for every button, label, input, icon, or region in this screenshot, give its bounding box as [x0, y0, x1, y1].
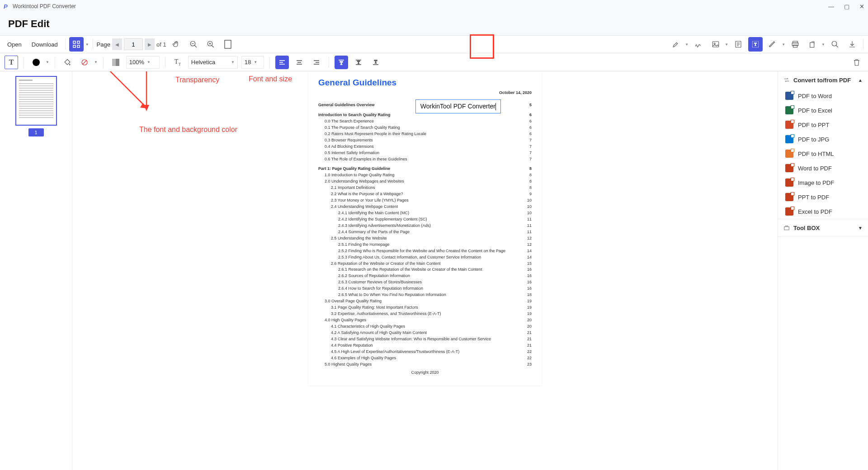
- toc-row: 3.1 Page Quality Rating: Most Important …: [318, 305, 532, 311]
- valign-middle-button[interactable]: T: [352, 56, 365, 69]
- font-color-button[interactable]: [29, 56, 43, 69]
- print-button[interactable]: [788, 37, 802, 52]
- toc-row: 2.6.5 What to Do When You Find No Reputa…: [318, 292, 532, 298]
- image-button[interactable]: [708, 37, 723, 52]
- download-button[interactable]: Download: [28, 38, 61, 51]
- valign-bottom-button[interactable]: T: [369, 56, 382, 69]
- convert-item[interactable]: Excel to PDF: [778, 204, 868, 219]
- close-button[interactable]: ✕: [859, 3, 864, 10]
- no-fill-button[interactable]: [78, 56, 91, 69]
- toc-row: 0.6 The Role of Examples in these Guidel…: [318, 156, 532, 163]
- svg-line-46: [82, 71, 147, 108]
- toc-row: 4.3 Clear and Satisfying Website Informa…: [318, 336, 532, 343]
- copyright: Copyright 2020: [318, 370, 532, 375]
- page-input[interactable]: [124, 38, 143, 50]
- draw-dropdown[interactable]: ▼: [782, 42, 785, 47]
- next-page-button[interactable]: ▶: [145, 38, 155, 50]
- page-navigation: Page ◀ ▶ of 1: [97, 38, 166, 50]
- toc-row: 2.0 Understanding Webpages and Websites8: [318, 179, 532, 185]
- toc-row: 2.5.1 Finding the Homepage12: [318, 242, 532, 248]
- svg-rect-29: [116, 59, 119, 66]
- rotate-dropdown[interactable]: ▼: [821, 42, 825, 47]
- convert-item[interactable]: PDF to PPT: [778, 118, 868, 132]
- svg-line-5: [194, 45, 197, 47]
- align-center-button[interactable]: [292, 56, 306, 69]
- toc-row: 2.5.3 Finding About Us, Contact Informat…: [318, 254, 532, 261]
- toc-row: 0.5 Internet Safety Information7: [318, 150, 532, 156]
- convert-item[interactable]: Word to PDF: [778, 161, 868, 175]
- save-button[interactable]: [845, 37, 859, 52]
- page-label: Page: [97, 41, 110, 48]
- open-button[interactable]: Open: [4, 38, 25, 51]
- valign-top-button[interactable]: T: [335, 56, 348, 69]
- toc-row: 2.4.1 Identifying the Main Content (MC)1…: [318, 210, 532, 216]
- header: PDF Edit: [0, 13, 868, 35]
- hand-tool-button[interactable]: [169, 37, 184, 52]
- text-type-button[interactable]: T: [5, 56, 18, 69]
- align-left-button[interactable]: [275, 56, 289, 69]
- canvas[interactable]: Transparency Font and size The font and …: [72, 71, 778, 470]
- font-color-dropdown[interactable]: ▼: [46, 60, 49, 64]
- image-dropdown[interactable]: ▼: [725, 42, 728, 47]
- svg-text:T: T: [357, 60, 360, 65]
- zoom-out-button[interactable]: [186, 37, 201, 52]
- zoom-in-button[interactable]: [203, 37, 218, 52]
- search-button[interactable]: [828, 37, 842, 52]
- toc-row: 3.2 Expertise, Authoritativeness, and Tr…: [318, 311, 532, 317]
- toc-row: 1.0 Introduction to Page Quality Rating8: [318, 172, 532, 179]
- rotate-button[interactable]: [805, 37, 820, 52]
- convert-item[interactable]: PDF to HTML: [778, 146, 868, 161]
- svg-rect-0: [73, 41, 75, 43]
- toc-row: 0.3 Browser Requirements7: [318, 137, 532, 144]
- convert-item[interactable]: PDF to Word: [778, 89, 868, 103]
- toc-row: 2.2 What is the Purpose of a Webpage?9: [318, 191, 532, 197]
- svg-marker-47: [140, 103, 147, 108]
- opacity-icon: [109, 56, 123, 69]
- toc-row: 2.3 Your Money or Your Life (YMYL) Pages…: [318, 197, 532, 204]
- minimize-button[interactable]: —: [828, 3, 834, 10]
- toc-row: 2.4 Understanding Webpage Content10: [318, 204, 532, 210]
- maximize-button[interactable]: ▢: [844, 3, 849, 10]
- property-toolbar: T ▼ ▼ 100%▼ TT Helvetica▼ 18▼ T T T: [0, 53, 868, 71]
- delete-button[interactable]: [850, 56, 863, 69]
- toc-row: 2.4.2 Identifying the Supplementary Cont…: [318, 216, 532, 223]
- highlight-button[interactable]: [669, 37, 683, 52]
- annotation-fontsize: Font and size: [249, 75, 292, 83]
- convert-section-header[interactable]: Convert to/from PDF ▲: [778, 71, 868, 89]
- svg-point-24: [832, 41, 837, 46]
- toc-row: 4.1 Characteristics of High Quality Page…: [318, 324, 532, 330]
- convert-item[interactable]: PPT to PDF: [778, 190, 868, 204]
- prev-page-button[interactable]: ◀: [112, 38, 122, 50]
- convert-item[interactable]: Image to PDF: [778, 175, 868, 190]
- svg-text:T: T: [374, 59, 377, 64]
- fit-page-button[interactable]: [221, 37, 235, 52]
- toc-row: 4.4 Positive Reputation21: [318, 343, 532, 349]
- bg-color-dropdown[interactable]: ▼: [94, 60, 98, 64]
- draw-button[interactable]: [765, 37, 780, 52]
- toc-row: 2.4.4 Summary of the Parts of the Page11: [318, 229, 532, 235]
- font-family-select[interactable]: Helvetica▼: [188, 56, 238, 69]
- fill-color-button[interactable]: [61, 56, 74, 69]
- opacity-select[interactable]: 100%▼: [126, 56, 160, 69]
- svg-point-13: [714, 43, 715, 44]
- svg-rect-12: [712, 42, 719, 47]
- toolbox-section-header[interactable]: Tool BOX ▼: [778, 219, 868, 236]
- form-button[interactable]: [731, 37, 745, 52]
- toc-row: 5.0 Highest Quality Pages23: [318, 362, 532, 368]
- font-size-select[interactable]: 18▼: [241, 56, 264, 69]
- align-right-button[interactable]: [310, 56, 323, 69]
- toc-row: 2.6.3 Customer Reviews of Stores/Busines…: [318, 279, 532, 286]
- signature-button[interactable]: [691, 37, 706, 52]
- highlight-dropdown[interactable]: ▼: [685, 42, 689, 47]
- editing-textbox[interactable]: WorkinTool PDF Converter: [415, 99, 501, 113]
- page-thumbnail[interactable]: [15, 76, 57, 126]
- convert-item[interactable]: PDF to Excel: [778, 103, 868, 118]
- svg-rect-1: [77, 41, 80, 43]
- svg-text:T: T: [754, 42, 757, 47]
- convert-item[interactable]: PDF to JPG: [778, 132, 868, 146]
- text-tool-button[interactable]: T: [748, 37, 763, 52]
- layout-grid-button[interactable]: [69, 37, 84, 52]
- svg-rect-52: [784, 227, 789, 230]
- toc-row: 0.1 The Purpose of Search Quality Rating…: [318, 125, 532, 131]
- layout-dropdown[interactable]: ▼: [85, 42, 89, 47]
